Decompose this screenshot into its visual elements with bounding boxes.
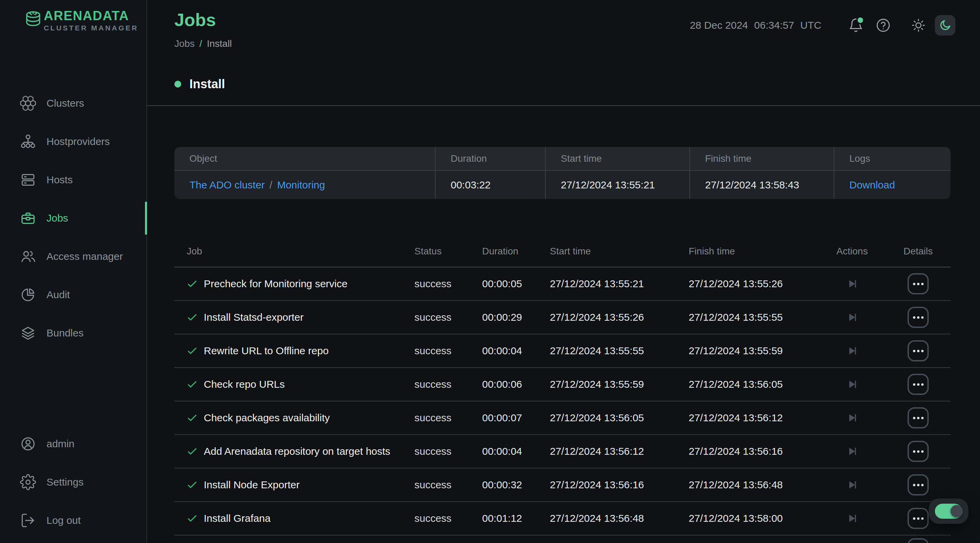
- duration-cell: 00:01:12: [482, 513, 550, 524]
- tasks-table: Job Status Duration Start time Finish ti…: [174, 236, 951, 543]
- job-name-label: Check repo URLs: [204, 379, 285, 390]
- service-link[interactable]: Monitoring: [277, 179, 325, 191]
- sidebar-item-admin[interactable]: admin: [0, 425, 146, 463]
- row-details-button[interactable]: [907, 474, 929, 495]
- start-time-cell: 27/12/2024 13:56:48: [550, 513, 689, 524]
- column-header-finish-time: Finish time: [689, 246, 819, 257]
- status-cell: success: [414, 479, 482, 491]
- job-name-cell: Rewrite URL to Offline repo: [174, 345, 414, 357]
- sidebar-item-label: Access manager: [46, 251, 123, 262]
- row-details-button[interactable]: [907, 441, 929, 462]
- audit-icon: [20, 287, 36, 303]
- hostproviders-icon: [20, 133, 36, 150]
- row-details-button[interactable]: [907, 340, 929, 361]
- column-header-start-time: Start time: [545, 147, 689, 171]
- ellipsis-icon: [913, 417, 924, 419]
- duration-cell: 00:00:04: [482, 345, 550, 357]
- ellipsis-icon: [913, 484, 924, 486]
- dark-theme-button[interactable]: [935, 15, 955, 35]
- table-row[interactable]: Rewrite URL to Offline repo success 00:0…: [174, 334, 951, 368]
- column-header-object: Object: [174, 147, 435, 171]
- actions-cell: [819, 311, 886, 324]
- actions-cell: [819, 444, 886, 458]
- column-header-duration: Duration: [435, 147, 545, 171]
- column-header-finish-time: Finish time: [689, 147, 834, 171]
- column-header-job: Job: [174, 246, 414, 257]
- toggle-track: [935, 504, 962, 519]
- row-details-button[interactable]: [907, 407, 929, 428]
- skip-to-end-button[interactable]: [845, 377, 859, 391]
- help-icon: [875, 18, 891, 33]
- job-name-cell: Precheck for Monitoring service: [174, 278, 414, 290]
- row-details-button[interactable]: [907, 538, 929, 543]
- skip-to-end-button[interactable]: [845, 444, 859, 458]
- sidebar-item-bundles[interactable]: Bundles: [0, 314, 146, 352]
- sidebar-item-settings[interactable]: Settings: [0, 463, 146, 501]
- start-time-cell: 27/12/2024 13:55:59: [550, 379, 689, 390]
- sidebar-item-access-manager[interactable]: Access manager: [0, 237, 146, 275]
- download-logs-link[interactable]: Download: [850, 179, 895, 191]
- job-name-label: Install Node Exporter: [204, 479, 299, 491]
- notifications-button[interactable]: [848, 18, 864, 33]
- ellipsis-icon: [913, 283, 924, 285]
- row-details-button[interactable]: [907, 508, 929, 529]
- finish-time-cell: 27/12/2024 13:55:26: [689, 278, 819, 290]
- sidebar-item-hosts[interactable]: Hosts: [0, 161, 146, 199]
- sidebar-item-audit[interactable]: Audit: [0, 275, 146, 314]
- job-name-cell: Install Node Exporter: [174, 479, 414, 491]
- row-details-button[interactable]: [907, 273, 929, 295]
- auto-refresh-toggle[interactable]: [929, 498, 968, 524]
- sidebar-item-logout[interactable]: Log out: [0, 501, 146, 540]
- tasks-header-row: Job Status Duration Start time Finish ti…: [174, 236, 951, 268]
- start-time-cell: 27/12/2024 13:56:12: [550, 446, 689, 457]
- job-name-label: Check packages availability: [204, 412, 330, 424]
- skip-to-end-button[interactable]: [845, 277, 859, 291]
- status-cell: success: [414, 412, 482, 424]
- duration-cell: 00:00:07: [482, 412, 550, 424]
- table-row[interactable]: Check repo URLs success 00:00:06 27/12/2…: [174, 368, 951, 401]
- sidebar-item-label: Settings: [46, 476, 83, 488]
- row-details-button[interactable]: [907, 307, 929, 328]
- help-button[interactable]: [875, 18, 891, 33]
- sidebar-item-hostproviders[interactable]: Hostproviders: [0, 123, 146, 161]
- duration-cell: 00:00:29: [482, 312, 550, 323]
- row-details-button[interactable]: [907, 374, 929, 395]
- table-row-partial: [174, 535, 951, 543]
- sidebar-item-clusters[interactable]: Clusters: [0, 84, 146, 123]
- topbar-right: 28 Dec 2024 06:34:57 UTC: [690, 15, 955, 35]
- breadcrumb-root-link[interactable]: Jobs: [174, 38, 194, 49]
- actions-cell: [819, 277, 886, 291]
- start-time-cell: 27/12/2024 13:56:05: [550, 412, 689, 424]
- table-row[interactable]: Precheck for Monitoring service success …: [174, 268, 951, 301]
- finish-time-cell: 27/12/2024 13:58:43: [689, 171, 834, 199]
- start-time-cell: 27/12/2024 13:55:26: [550, 312, 689, 323]
- status-cell: success: [414, 278, 482, 290]
- sidebar-item-jobs[interactable]: Jobs: [0, 199, 146, 237]
- table-row[interactable]: Install Grafana success 00:01:12 27/12/2…: [174, 502, 951, 535]
- status-cell: success: [414, 379, 482, 390]
- finish-time-cell: 27/12/2024 13:56:16: [689, 446, 819, 457]
- breadcrumb-current-link[interactable]: Install: [207, 38, 232, 49]
- table-row[interactable]: Install Statsd-exporter success 00:00:29…: [174, 301, 951, 334]
- breadcrumb: Jobs/Install: [174, 38, 232, 49]
- duration-cell: 00:00:32: [482, 479, 550, 491]
- skip-to-end-button[interactable]: [845, 478, 859, 492]
- arenadata-logo[interactable]: ARENADATA CLUSTER MANAGER: [0, 0, 146, 32]
- cluster-link[interactable]: The ADO cluster: [189, 179, 265, 191]
- light-theme-button[interactable]: [911, 18, 926, 33]
- clusters-icon: [20, 95, 36, 111]
- table-row[interactable]: Add Arenadata repository on target hosts…: [174, 435, 951, 468]
- sidebar-item-label: Hosts: [46, 174, 73, 186]
- finish-time-cell: 27/12/2024 13:55:55: [689, 312, 819, 323]
- status-cell: success: [414, 345, 482, 357]
- job-name-label: Precheck for Monitoring service: [204, 278, 347, 290]
- skip-to-end-button[interactable]: [845, 411, 859, 425]
- table-row[interactable]: Install Node Exporter success 00:00:32 2…: [174, 468, 951, 502]
- details-cell: [886, 441, 951, 462]
- skip-to-end-button[interactable]: [845, 344, 859, 358]
- table-row[interactable]: Check packages availability success 00:0…: [174, 401, 951, 435]
- sidebar: ARENADATA CLUSTER MANAGER Clusters: [0, 0, 147, 543]
- skip-to-end-button[interactable]: [845, 311, 859, 324]
- column-header-logs: Logs: [834, 147, 951, 171]
- skip-to-end-button[interactable]: [845, 511, 859, 525]
